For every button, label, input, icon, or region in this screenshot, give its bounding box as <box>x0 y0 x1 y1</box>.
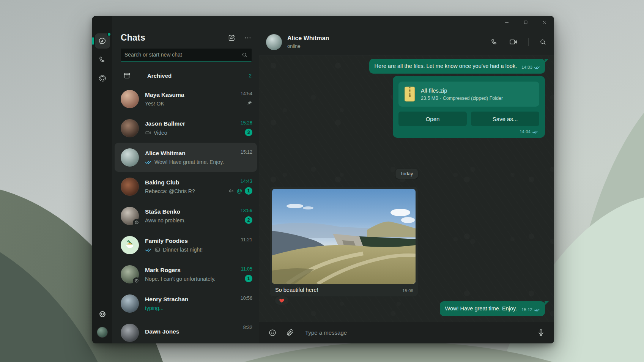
heart-icon <box>279 298 285 303</box>
outgoing-message: Here are all the files. Let me know once… <box>369 59 545 74</box>
chat-time: 8:32 <box>243 325 252 330</box>
chat-preview: Wow! Have great time. Enjoy. <box>154 159 224 165</box>
contact-avatar[interactable] <box>266 34 282 50</box>
conversation-panel: Alice Whitman online Here are al <box>259 16 554 343</box>
chat-time: 14:54 <box>241 91 252 96</box>
date-divider: Today <box>395 169 418 179</box>
noodle-bowl-icon <box>124 239 135 251</box>
disappearing-timer-icon <box>133 219 140 226</box>
chat-list: Archived 2 Maya Kasuma Yes! OK 14:54 <box>112 67 259 343</box>
chat-list-item[interactable]: Family Foodies Dinner last night! 11:21 <box>115 230 257 260</box>
muted-icon <box>228 188 234 194</box>
chat-list-item[interactable]: Baking Club Rebecca: @Chris R? 14:43 @ 1 <box>115 172 257 201</box>
archived-row[interactable]: Archived 2 <box>115 67 257 84</box>
whatsapp-window: Chats <box>92 16 554 343</box>
emoji-button[interactable] <box>268 329 277 337</box>
microphone-button[interactable] <box>537 329 545 337</box>
message-area: Here are all the files. Let me know once… <box>259 55 554 322</box>
chat-name: Baking Club <box>145 179 225 186</box>
avatar <box>121 265 139 283</box>
settings-button[interactable] <box>95 307 110 322</box>
chat-list-item-selected[interactable]: Alice Whitman Wow! Have great time. Enjo… <box>115 143 257 172</box>
archive-icon <box>123 72 141 80</box>
message-time: 14:03 <box>521 63 532 71</box>
active-tab-indicator <box>92 37 94 45</box>
attach-button[interactable] <box>286 329 294 337</box>
chat-list-panel: Chats <box>112 16 259 343</box>
mention-at-icon: @ <box>237 188 242 194</box>
avatar <box>121 207 139 225</box>
chat-bubble-icon <box>98 37 107 46</box>
chat-list-item[interactable]: Maya Kasuma Yes! OK 14:54 <box>115 84 257 113</box>
message-text: Here are all the files. Let me know once… <box>375 62 517 70</box>
save-as-button[interactable]: Save as... <box>471 112 539 126</box>
message-time: 14:04 <box>520 129 531 134</box>
unread-badge: 1 <box>245 187 252 195</box>
chat-time: 11:21 <box>241 237 252 242</box>
sidebar-header: Chats <box>112 16 259 43</box>
minimize-button[interactable] <box>497 16 516 29</box>
file-details: 23.5 MB · Compressed (zipped) Folder <box>421 96 503 101</box>
photo-thumbnail[interactable] <box>272 189 416 284</box>
bubble-tail <box>545 59 549 63</box>
read-double-check-icon <box>145 160 152 164</box>
outgoing-message: Wow! Have great time. Enjoy. 15:12 <box>440 301 545 316</box>
chat-time: 10:56 <box>241 296 252 301</box>
chat-name: Jason Ballmer <box>145 120 238 127</box>
file-attachment-message: All-files.zip 23.5 MB · Compressed (zipp… <box>393 76 545 138</box>
chat-time: 14:43 <box>241 179 252 184</box>
typing-indicator: typing... <box>145 305 164 311</box>
chat-list-item[interactable]: Dawn Jones 8:32 <box>115 318 257 343</box>
unread-badge: 2 <box>245 216 252 224</box>
message-text: Wow! Have great time. Enjoy. <box>445 305 517 313</box>
zip-file-icon <box>404 87 416 102</box>
bubble-tail <box>545 301 549 305</box>
file-row[interactable]: All-files.zip 23.5 MB · Compressed (zipp… <box>398 82 539 107</box>
read-double-check-icon <box>532 130 539 134</box>
phone-icon <box>98 56 106 64</box>
heart-reaction[interactable] <box>274 296 289 305</box>
maximize-button[interactable] <box>516 16 535 29</box>
avatar <box>121 324 139 342</box>
chat-list-item[interactable]: Henry Strachan typing... 10:56 <box>115 289 257 318</box>
conversation-search-button[interactable] <box>539 38 546 46</box>
avatar <box>121 148 139 167</box>
read-double-check-icon <box>145 247 152 252</box>
chat-preview: Dinner last night! <box>163 247 203 253</box>
nav-status-button[interactable] <box>95 71 110 86</box>
chat-name: Maya Kasuma <box>145 91 238 98</box>
chat-preview: Yes! OK <box>145 101 164 107</box>
disappearing-timer-icon <box>133 277 140 285</box>
chat-list-item[interactable]: Jason Ballmer Video 15:26 3 <box>115 113 257 143</box>
compose-icon <box>228 34 236 42</box>
more-options-icon <box>244 34 252 42</box>
profile-avatar[interactable] <box>97 327 107 337</box>
chat-preview: Rebecca: @Chris R? <box>145 188 195 194</box>
chat-name: Dawn Jones <box>145 328 240 335</box>
nav-calls-button[interactable] <box>95 52 110 67</box>
avatar <box>121 236 139 254</box>
chat-preview: Nope. I can’t go unfortunately. <box>145 276 216 282</box>
video-call-button[interactable] <box>509 38 518 46</box>
avatar <box>121 178 139 196</box>
gear-icon <box>98 310 107 318</box>
nav-chats-button[interactable] <box>95 33 110 49</box>
close-button[interactable] <box>535 16 554 29</box>
avatar <box>121 119 139 137</box>
voice-call-button[interactable] <box>490 38 498 46</box>
message-input[interactable] <box>305 329 528 336</box>
chats-unread-dot <box>107 32 111 36</box>
search-icon[interactable] <box>241 52 248 58</box>
archived-label: Archived <box>147 72 249 79</box>
open-file-button[interactable]: Open <box>398 112 467 126</box>
chat-list-item[interactable]: Mark Rogers Nope. I can’t go unfortunate… <box>115 260 257 289</box>
search-input[interactable] <box>124 52 241 58</box>
chat-preview: Video <box>154 130 167 136</box>
chat-header: Alice Whitman online <box>259 29 554 55</box>
menu-button[interactable] <box>244 34 252 42</box>
video-camera-icon <box>145 129 151 136</box>
pin-icon <box>247 100 252 106</box>
chat-list-item[interactable]: Staša Benko Aww no problem. 13:56 2 <box>115 201 257 230</box>
message-time: 15:12 <box>521 306 532 314</box>
new-chat-button[interactable] <box>228 34 236 42</box>
